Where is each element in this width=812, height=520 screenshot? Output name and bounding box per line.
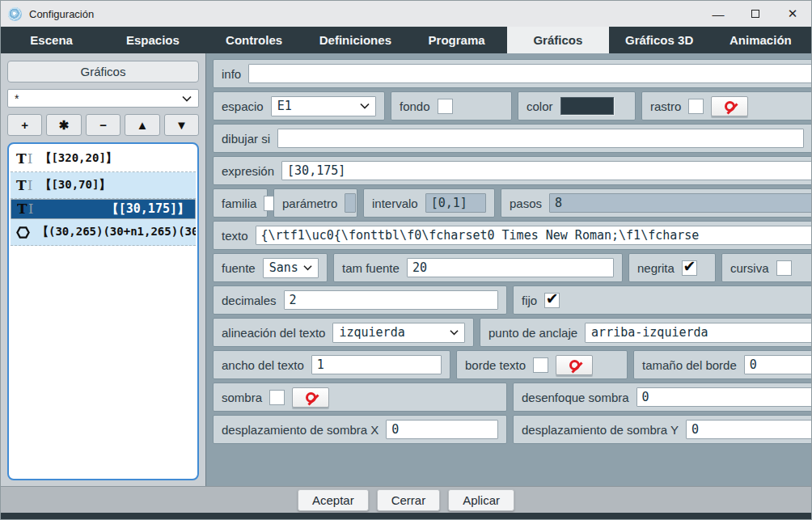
- field-sombra: sombra: [213, 383, 507, 412]
- parametro-label: parámetro: [282, 197, 337, 210]
- title-bar: Configuración — ✕: [1, 1, 811, 27]
- expresion-label: expresión: [222, 164, 274, 178]
- tab-animacion[interactable]: Animación: [710, 27, 811, 53]
- text-object-icon: TI: [17, 202, 33, 216]
- bottom-accent-bar: [1, 513, 811, 519]
- list-item-label: 【[320,20]】: [40, 151, 116, 166]
- remove-button[interactable]: −: [86, 114, 121, 136]
- desenfoque-input[interactable]: [636, 387, 812, 407]
- texto-input[interactable]: [256, 226, 812, 245]
- despl-x-input[interactable]: [386, 420, 498, 439]
- tab-graficos[interactable]: Gráficos: [507, 27, 608, 53]
- rastro-label: rastro: [650, 99, 681, 113]
- color-swatch[interactable]: [560, 97, 614, 115]
- fijo-checkbox[interactable]: ✔: [544, 293, 560, 308]
- rastro-clear-button[interactable]: [711, 96, 748, 116]
- list-item-selected[interactable]: TI 【[30,175]】: [11, 199, 196, 219]
- polygon-object-icon: [16, 226, 30, 239]
- minimize-icon: —: [713, 7, 725, 21]
- graphics-filter-select[interactable]: *: [7, 89, 199, 108]
- tamano-borde-input[interactable]: [744, 355, 812, 374]
- list-item-label: 【(30,265)(30+n1,265)(30+n1: [37, 225, 196, 239]
- despl-y-label: desplazamiento de sombra Y: [522, 423, 679, 437]
- filter-value: *: [15, 92, 19, 105]
- borde-texto-clear-button[interactable]: [556, 355, 593, 375]
- field-alineacion: alineación del texto izquierda: [213, 318, 474, 347]
- prohibition-icon: [569, 360, 580, 370]
- close-button[interactable]: ✕: [774, 1, 811, 27]
- maximize-icon: [751, 10, 759, 18]
- minimize-button[interactable]: —: [700, 1, 737, 27]
- sombra-clear-button[interactable]: [292, 387, 329, 408]
- cursiva-label: cursiva: [730, 261, 769, 275]
- list-item[interactable]: 【(30,265)(30+n1,265)(30+n1: [11, 219, 196, 246]
- app-logo-icon: [8, 7, 22, 21]
- familia-label: familia: [222, 197, 256, 210]
- field-borde-texto: borde texto: [456, 350, 628, 379]
- duplicate-button[interactable]: ✱: [46, 114, 81, 136]
- list-item[interactable]: TI 【[30,70]】: [11, 172, 196, 199]
- tab-definiciones[interactable]: Definiciones: [305, 27, 406, 53]
- fuente-select[interactable]: SansSerif: [263, 258, 319, 278]
- info-input[interactable]: [248, 64, 812, 83]
- espacio-label: espacio: [222, 99, 264, 113]
- field-color: color: [518, 91, 636, 120]
- field-pasos: pasos: [501, 188, 812, 218]
- field-fondo: fondo: [391, 91, 512, 120]
- tam-fuente-input[interactable]: [407, 258, 614, 277]
- graphics-list: TI 【[320,20]】 TI 【[30,70]】 TI 【[30,175]】…: [7, 142, 199, 480]
- rastro-checkbox[interactable]: [688, 99, 704, 114]
- intervalo-label: intervalo: [372, 197, 418, 210]
- sombra-checkbox[interactable]: [269, 390, 285, 405]
- field-texto: texto TI Rtf: [213, 221, 812, 250]
- tab-programa[interactable]: Programa: [406, 27, 507, 53]
- tab-controles[interactable]: Controles: [204, 27, 305, 53]
- dibujar-si-input[interactable]: [277, 129, 804, 148]
- field-despl-x: desplazamiento de sombra X: [213, 415, 507, 444]
- espacio-value: E1: [277, 99, 292, 113]
- desenfoque-label: desenfoque sombra: [522, 391, 629, 404]
- add-button[interactable]: +: [7, 114, 42, 136]
- alineacion-select[interactable]: izquierda: [332, 323, 465, 343]
- borde-texto-label: borde texto: [465, 358, 526, 372]
- fondo-checkbox[interactable]: [438, 99, 453, 114]
- field-parametro: parámetro: [273, 188, 357, 218]
- borde-texto-checkbox[interactable]: [533, 357, 548, 373]
- field-expresion: expresión: [213, 156, 812, 185]
- espacio-select[interactable]: E1: [271, 96, 376, 116]
- field-familia: familia: [213, 188, 268, 218]
- despl-y-input[interactable]: [686, 420, 812, 439]
- cursiva-checkbox[interactable]: [776, 260, 792, 276]
- dibujar-si-label: dibujar si: [222, 132, 270, 146]
- tab-espacios[interactable]: Espacios: [102, 27, 203, 53]
- sidebar-header: Gráficos: [7, 61, 199, 82]
- ancho-texto-input[interactable]: [311, 355, 442, 374]
- intervalo-input: [425, 193, 486, 213]
- field-tamano-borde: tamaño del borde: [633, 350, 812, 379]
- expresion-input[interactable]: [281, 161, 812, 180]
- chevron-down-icon: [303, 264, 312, 271]
- list-item-label: 【[30,70]】: [40, 178, 110, 192]
- accept-button[interactable]: Aceptar: [298, 489, 369, 511]
- decimales-input[interactable]: [284, 290, 498, 310]
- field-tam-fuente: tam fuente: [333, 253, 623, 282]
- despl-x-label: desplazamiento de sombra X: [222, 423, 379, 437]
- close-icon: ✕: [788, 6, 798, 21]
- move-up-button[interactable]: ▲: [125, 114, 159, 136]
- maximize-button[interactable]: [737, 1, 774, 27]
- close-dialog-button[interactable]: Cerrar: [377, 489, 441, 511]
- anclaje-select[interactable]: arriba-izquierda: [585, 323, 812, 343]
- tab-graficos-3d[interactable]: Gráficos 3D: [609, 27, 710, 53]
- window-title: Configuración: [29, 8, 700, 20]
- configuration-window: Configuración — ✕ Escena Espacios Contro…: [0, 0, 812, 520]
- fuente-label: fuente: [222, 261, 256, 275]
- negrita-checkbox[interactable]: ✔: [682, 260, 697, 276]
- list-item[interactable]: TI 【[320,20]】: [11, 146, 196, 172]
- field-dibujar-si: dibujar si: [213, 124, 812, 153]
- field-decimales: decimales: [213, 285, 507, 315]
- anclaje-label: punto de anclaje: [488, 326, 577, 340]
- tab-escena[interactable]: Escena: [1, 27, 102, 53]
- pasos-input: [549, 193, 812, 213]
- move-down-button[interactable]: ▼: [164, 114, 199, 136]
- apply-button[interactable]: Aplicar: [448, 489, 514, 511]
